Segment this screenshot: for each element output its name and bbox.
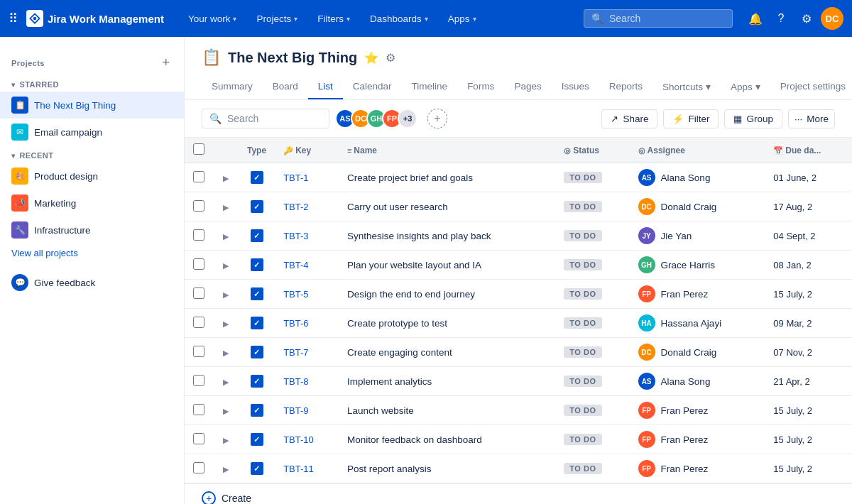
- row-key-cell[interactable]: TBT-9: [275, 396, 339, 425]
- grid-icon[interactable]: ⠿: [9, 11, 18, 26]
- row-expand-cell[interactable]: ▶: [213, 192, 239, 221]
- nav-projects[interactable]: Projects ▾: [249, 9, 305, 28]
- nav-search-input[interactable]: [609, 13, 725, 24]
- row-checkbox[interactable]: [193, 200, 204, 212]
- row-expand-icon[interactable]: ▶: [223, 465, 229, 473]
- row-checkbox-cell[interactable]: [185, 163, 213, 192]
- header-checkbox[interactable]: [185, 138, 213, 163]
- row-checkbox-cell[interactable]: [185, 251, 213, 280]
- share-button[interactable]: ↗ Share: [601, 109, 657, 128]
- row-expand-icon[interactable]: ▶: [223, 349, 229, 357]
- row-checkbox-cell[interactable]: [185, 338, 213, 367]
- row-checkbox-cell[interactable]: [185, 192, 213, 221]
- row-expand-cell[interactable]: ▶: [213, 163, 239, 192]
- row-checkbox[interactable]: [193, 229, 204, 241]
- project-settings-gear-icon[interactable]: ⚙: [386, 51, 395, 65]
- header-type[interactable]: Type: [239, 138, 275, 163]
- row-name-cell[interactable]: Plan your website layout and IA: [339, 251, 555, 280]
- header-name[interactable]: ≡Name: [339, 138, 555, 163]
- row-expand-cell[interactable]: ▶: [213, 425, 239, 454]
- row-expand-cell[interactable]: ▶: [213, 251, 239, 280]
- nav-logo[interactable]: Jira Work Management: [26, 10, 164, 27]
- row-checkbox[interactable]: [193, 171, 204, 182]
- header-assignee[interactable]: ◎Assignee: [630, 138, 765, 163]
- sidebar-item-marketing[interactable]: 📣 Marketing: [0, 190, 184, 217]
- row-expand-icon[interactable]: ▶: [223, 319, 229, 328]
- header-due[interactable]: 📅Due da...: [765, 138, 852, 163]
- row-expand-icon[interactable]: ▶: [223, 203, 229, 212]
- row-checkbox[interactable]: [193, 346, 204, 357]
- row-checkbox-cell[interactable]: [185, 309, 213, 338]
- row-key-cell[interactable]: TBT-6: [275, 309, 339, 338]
- avatar-count-badge[interactable]: +3: [398, 109, 417, 128]
- sidebar-item-infrastructure[interactable]: 🔧 Infrastructure: [0, 217, 184, 243]
- tab-board[interactable]: Board: [263, 75, 308, 99]
- row-key-cell[interactable]: TBT-11: [275, 454, 339, 483]
- row-key-cell[interactable]: TBT-3: [275, 221, 339, 251]
- notifications-icon[interactable]: 🔔: [744, 7, 767, 30]
- row-checkbox[interactable]: [193, 433, 204, 444]
- tab-timeline[interactable]: Timeline: [402, 75, 458, 99]
- row-checkbox-cell[interactable]: [185, 425, 213, 454]
- row-expand-cell[interactable]: ▶: [213, 454, 239, 483]
- row-expand-icon[interactable]: ▶: [223, 261, 229, 270]
- row-expand-cell[interactable]: ▶: [213, 221, 239, 251]
- row-key-cell[interactable]: TBT-4: [275, 251, 339, 280]
- nav-search-box[interactable]: 🔍: [584, 9, 733, 28]
- sidebar-starred-section[interactable]: ▾ STARRED: [0, 75, 184, 92]
- row-expand-cell[interactable]: ▶: [213, 338, 239, 367]
- user-avatar[interactable]: DC: [821, 7, 843, 30]
- row-key-cell[interactable]: TBT-8: [275, 367, 339, 396]
- sidebar-add-project-icon[interactable]: +: [159, 54, 173, 72]
- row-checkbox-cell[interactable]: [185, 367, 213, 396]
- list-search-box[interactable]: 🔍: [202, 109, 329, 128]
- give-feedback-item[interactable]: 💬 Give feedback: [0, 268, 184, 297]
- row-name-cell[interactable]: Launch website: [339, 396, 555, 425]
- row-name-cell[interactable]: Create engaging content: [339, 338, 555, 367]
- tab-apps[interactable]: Apps ▾: [721, 75, 770, 99]
- sidebar-item-email-campaign[interactable]: ✉ Email campaign: [0, 119, 184, 146]
- sidebar-item-product-design[interactable]: 🎨 Product design: [0, 163, 184, 190]
- row-name-cell[interactable]: Design the end to end journey: [339, 280, 555, 309]
- list-search-input[interactable]: [227, 113, 322, 124]
- create-row[interactable]: + Create: [185, 483, 852, 504]
- add-people-button[interactable]: +: [427, 109, 447, 128]
- tab-project-settings[interactable]: Project settings: [770, 75, 852, 99]
- tab-list[interactable]: List: [308, 75, 343, 99]
- row-expand-icon[interactable]: ▶: [223, 378, 229, 386]
- row-expand-icon[interactable]: ▶: [223, 174, 229, 182]
- row-name-cell[interactable]: Synthesise insights and play back: [339, 221, 555, 251]
- sidebar-item-the-next-big-thing[interactable]: 📋 The Next Big Thing: [0, 92, 184, 119]
- help-icon[interactable]: ?: [770, 7, 792, 30]
- row-checkbox[interactable]: [193, 375, 204, 386]
- row-expand-cell[interactable]: ▶: [213, 309, 239, 338]
- row-name-cell[interactable]: Create project brief and goals: [339, 163, 555, 192]
- row-key-cell[interactable]: TBT-2: [275, 192, 339, 221]
- tab-pages[interactable]: Pages: [504, 75, 551, 99]
- row-expand-cell[interactable]: ▶: [213, 367, 239, 396]
- nav-your-work[interactable]: Your work ▾: [181, 9, 244, 28]
- row-key-cell[interactable]: TBT-10: [275, 425, 339, 454]
- group-button[interactable]: ▦ Group: [724, 109, 782, 128]
- tab-shortcuts[interactable]: Shortcuts ▾: [652, 75, 721, 99]
- nav-apps[interactable]: Apps ▾: [441, 9, 484, 28]
- nav-dashboards[interactable]: Dashboards ▾: [363, 9, 435, 28]
- row-key-cell[interactable]: TBT-7: [275, 338, 339, 367]
- row-checkbox-cell[interactable]: [185, 396, 213, 425]
- row-name-cell[interactable]: Implement analytics: [339, 367, 555, 396]
- tab-forms[interactable]: Forms: [457, 75, 504, 99]
- row-checkbox-cell[interactable]: [185, 454, 213, 483]
- row-key-cell[interactable]: TBT-5: [275, 280, 339, 309]
- tab-reports[interactable]: Reports: [599, 75, 652, 99]
- tab-issues[interactable]: Issues: [552, 75, 599, 99]
- sidebar-recent-section[interactable]: ▾ RECENT: [0, 146, 184, 163]
- row-key-cell[interactable]: TBT-1: [275, 163, 339, 192]
- row-checkbox[interactable]: [193, 258, 204, 270]
- row-checkbox[interactable]: [193, 287, 204, 299]
- filter-button[interactable]: ⚡ Filter: [663, 109, 719, 128]
- header-status[interactable]: ◎Status: [555, 138, 629, 163]
- row-expand-cell[interactable]: ▶: [213, 396, 239, 425]
- row-checkbox[interactable]: [193, 462, 204, 473]
- tab-calendar[interactable]: Calendar: [343, 75, 402, 99]
- project-settings-star-icon[interactable]: ⭐: [364, 51, 378, 65]
